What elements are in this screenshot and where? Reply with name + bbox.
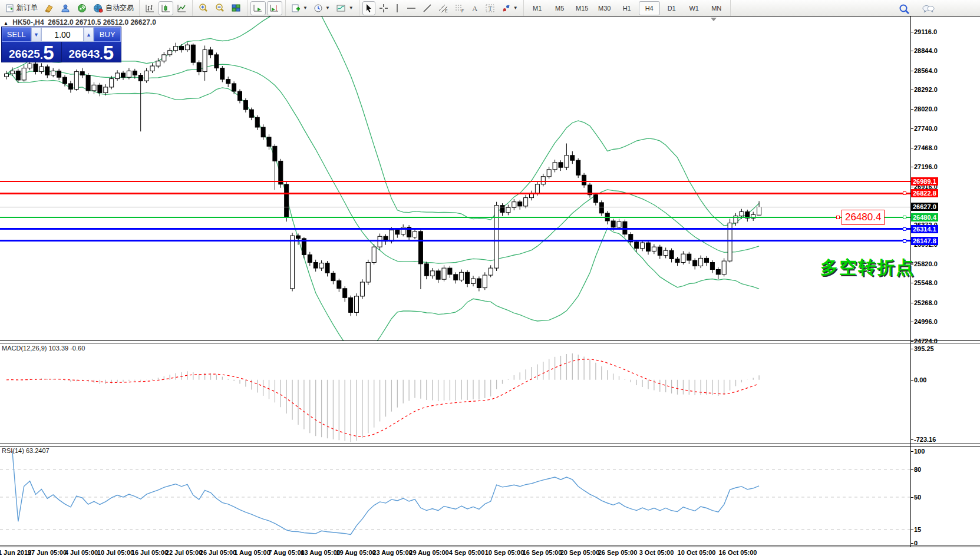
- sell-button[interactable]: SELL: [2, 27, 31, 42]
- candle-body[interactable]: [238, 91, 242, 101]
- horizontal-line-button[interactable]: [404, 1, 419, 15]
- rsi-line[interactable]: [12, 451, 759, 535]
- time-axis-label[interactable]: 16 Jul 05:00: [131, 549, 168, 556]
- signals-button[interactable]: [74, 1, 90, 15]
- candle-body[interactable]: [226, 80, 230, 84]
- candle-body[interactable]: [174, 47, 178, 51]
- line-chart-button[interactable]: [174, 1, 189, 15]
- timeframe-button-d1[interactable]: D1: [661, 1, 682, 15]
- time-axis-label[interactable]: 10 Oct 05:00: [678, 549, 716, 556]
- templates-button[interactable]: ▼: [334, 1, 356, 15]
- candle-body[interactable]: [319, 263, 324, 268]
- horizontal-level-line-26480.4[interactable]: [0, 217, 910, 218]
- candle-body[interactable]: [45, 67, 50, 75]
- time-axis-label[interactable]: 20 Sep 05:00: [560, 549, 600, 556]
- candle-body[interactable]: [156, 61, 160, 66]
- time-axis-label[interactable]: 23 Aug 05:00: [372, 549, 412, 556]
- time-axis-label[interactable]: 3 Oct 05:00: [639, 549, 674, 556]
- horizontal-level-line-26314.1[interactable]: [0, 228, 910, 230]
- timeframe-button-m15[interactable]: M15: [572, 1, 593, 15]
- candle-body[interactable]: [699, 258, 703, 266]
- price-callout-label[interactable]: 26480.4: [842, 210, 885, 225]
- candle-body[interactable]: [669, 250, 674, 259]
- candle-body[interactable]: [378, 236, 382, 247]
- candle-body[interactable]: [63, 77, 67, 84]
- time-axis-label[interactable]: 7 Aug 05:00: [268, 549, 304, 556]
- candle-body[interactable]: [209, 50, 213, 55]
- candle-body[interactable]: [273, 146, 277, 161]
- candle-body[interactable]: [635, 242, 639, 249]
- candle-body[interactable]: [22, 68, 26, 80]
- candle-body[interactable]: [418, 231, 423, 264]
- candle-body[interactable]: [460, 272, 464, 280]
- candle-body[interactable]: [191, 45, 195, 62]
- line-anchor-handle[interactable]: [903, 191, 906, 195]
- autotrading-button[interactable]: 自动交易: [91, 1, 136, 15]
- candle-body[interactable]: [16, 71, 20, 80]
- candle-body[interactable]: [681, 254, 685, 262]
- macd-signal-line[interactable]: [6, 359, 759, 436]
- candle-body[interactable]: [291, 236, 295, 289]
- candle-body[interactable]: [343, 289, 347, 298]
- time-axis-label[interactable]: 10 Sep 05:00: [485, 549, 524, 556]
- collapse-triangle-icon[interactable]: ▲: [4, 21, 8, 26]
- candle-body[interactable]: [506, 207, 510, 212]
- candle-body[interactable]: [448, 268, 452, 274]
- candle-body[interactable]: [243, 101, 248, 110]
- candle-body[interactable]: [220, 68, 225, 80]
- indicators-button[interactable]: ▼: [289, 1, 310, 15]
- volume-input[interactable]: 1.00: [41, 27, 83, 42]
- candle-body[interactable]: [215, 55, 219, 68]
- candle-body[interactable]: [518, 202, 522, 206]
- candle-body[interactable]: [185, 45, 189, 49]
- candle-body[interactable]: [121, 73, 126, 77]
- candle-body[interactable]: [483, 275, 487, 288]
- candle-body[interactable]: [57, 71, 61, 77]
- candle-body[interactable]: [80, 72, 84, 75]
- fibonacci-button[interactable]: F: [452, 1, 467, 15]
- mql-editor-button[interactable]: [41, 1, 57, 15]
- candle-body[interactable]: [641, 243, 645, 249]
- candle-body[interactable]: [28, 64, 32, 68]
- buy-button[interactable]: BUY: [94, 27, 121, 42]
- candle-body[interactable]: [471, 279, 476, 283]
- line-anchor-handle[interactable]: [903, 239, 906, 243]
- candle-body[interactable]: [68, 84, 72, 90]
- time-axis-label[interactable]: 4 Sep 05:00: [449, 549, 485, 556]
- candle-body[interactable]: [570, 156, 575, 160]
- bollinger-middle-band[interactable]: [6, 64, 759, 263]
- bar-chart-button[interactable]: [143, 1, 157, 15]
- candle-body[interactable]: [110, 79, 114, 87]
- candle-body[interactable]: [39, 67, 44, 71]
- price-callout-anchor[interactable]: [836, 216, 840, 219]
- time-axis-label[interactable]: 10 Jul 05:00: [97, 549, 134, 556]
- timeframe-button-m1[interactable]: M1: [527, 1, 548, 15]
- candle-body[interactable]: [98, 85, 102, 92]
- horizontal-level-line-26822.8[interactable]: [0, 193, 910, 194]
- candle-body[interactable]: [424, 264, 428, 276]
- candle-body[interactable]: [710, 263, 714, 270]
- candle-body[interactable]: [664, 250, 668, 255]
- arrows-button[interactable]: ▼: [499, 1, 520, 15]
- sell-price[interactable]: 26625.5: [2, 42, 61, 63]
- candle-body[interactable]: [349, 297, 353, 312]
- candle-body[interactable]: [565, 156, 569, 167]
- horizontal-level-line-26989.1[interactable]: [0, 181, 910, 182]
- horizontal-level-line-26147.8[interactable]: [0, 240, 910, 242]
- time-axis-label[interactable]: 26 Jul 05:00: [200, 549, 236, 556]
- candle-body[interactable]: [168, 51, 172, 55]
- timeframe-button-h1[interactable]: H1: [616, 1, 638, 15]
- candle-body[interactable]: [360, 282, 364, 296]
- zoom-out-button[interactable]: [212, 1, 227, 15]
- time-axis-label[interactable]: 21 Jun 2019: [0, 549, 31, 556]
- pivot-annotation-text[interactable]: 多空转折点: [820, 256, 915, 280]
- candle-body[interactable]: [675, 259, 679, 263]
- macd-separator-top[interactable]: [0, 340, 980, 341]
- timeframe-button-m5[interactable]: M5: [549, 1, 570, 15]
- text-button[interactable]: A: [468, 1, 481, 15]
- candle-body[interactable]: [716, 270, 720, 274]
- candle-body[interactable]: [372, 247, 376, 262]
- cursor-button[interactable]: [362, 1, 375, 15]
- candle-body[interactable]: [740, 212, 744, 216]
- candle-body[interactable]: [576, 160, 580, 175]
